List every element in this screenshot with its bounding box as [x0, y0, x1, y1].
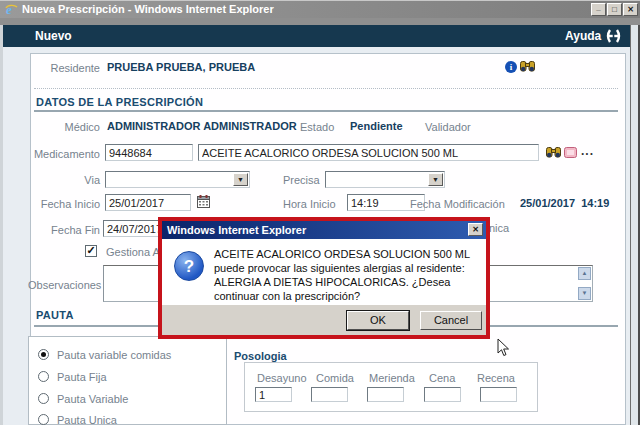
section-underline [34, 110, 618, 112]
radio-pauta-variable-comidas[interactable] [38, 349, 49, 360]
posologia-title: Posologia [234, 350, 287, 362]
info-icon[interactable]: i [505, 61, 517, 73]
scroll-up-icon[interactable]: ▲ [578, 267, 591, 280]
dialog-close-button[interactable]: ✕ [468, 223, 483, 236]
posologia-col-label: Recena [477, 372, 515, 384]
posologia-col-label: Comida [316, 372, 354, 384]
separator [34, 88, 618, 89]
radio-label: Pauta Variable [57, 393, 128, 405]
dialog-body: ? ACEITE ACALORICO ORDESA SOLUCION 500 M… [162, 239, 486, 305]
radio-label: Pauta Unica [57, 414, 117, 425]
medicamento-more-button[interactable]: ... [581, 144, 594, 158]
app-logo-icon [605, 29, 622, 45]
precisa-dropdown-icon[interactable]: ▼ [428, 173, 443, 186]
dialog-titlebar[interactable]: Windows Internet Explorer ✕ [162, 221, 486, 239]
mouse-cursor [497, 338, 510, 359]
medicamento-nombre-input[interactable] [198, 144, 539, 161]
close-button[interactable]: ✕ [623, 3, 638, 16]
gestiona-checkbox[interactable]: ✓ [85, 245, 97, 257]
medicamento-codigo-input[interactable] [105, 144, 193, 161]
estado-value: Pendiente [350, 120, 403, 132]
gestiona-label: Gestiona Adm [106, 246, 158, 258]
residente-label: Residente [30, 62, 100, 74]
section-pauta-title: PAUTA [36, 309, 74, 321]
menu-ayuda[interactable]: Ayuda [565, 29, 601, 43]
radio-pauta-fija[interactable] [38, 371, 49, 382]
section-datos-title: DATOS DE LA PRESCRIPCIÓN [36, 96, 203, 108]
posologia-col-label: Desayuno [257, 372, 307, 384]
radio-label: Pauta variable comidas [57, 349, 171, 361]
medicamento-label: Medicamento [28, 148, 100, 160]
question-icon: ? [174, 251, 204, 281]
minimize-button[interactable]: _ [591, 3, 606, 16]
validador-label: Validador [425, 121, 471, 133]
menu-nuevo[interactable]: Nuevo [35, 29, 72, 43]
unica-label-fragment: nica [489, 222, 509, 234]
fecha-modificacion-label: Fecha Modificación [410, 198, 505, 210]
posologia-recena-input[interactable] [480, 387, 517, 402]
search-binoculars-icon[interactable] [520, 60, 535, 75]
precisa-select[interactable]: ▼ [325, 171, 445, 188]
dialog-title: Windows Internet Explorer [167, 224, 306, 236]
app-menubar: Nuevo Ayuda [3, 25, 640, 47]
dialog-message: ACEITE ACALORICO ORDESA SOLUCION 500 ML … [214, 247, 480, 303]
maximize-button[interactable]: □ [607, 3, 622, 16]
medicamento-leaflet-icon[interactable] [564, 147, 577, 160]
radio-label: Pauta Fija [57, 371, 107, 383]
cancel-button[interactable]: Cancel [420, 311, 482, 330]
posologia-col-label: Cena [429, 372, 455, 384]
calendar-icon[interactable] [197, 195, 210, 210]
via-select[interactable]: ▼ [105, 171, 250, 188]
via-label: Via [30, 174, 100, 186]
fecha-inicio-label: Fecha Inicio [25, 198, 100, 210]
alert-dialog: Windows Internet Explorer ✕ ? ACEITE ACA… [158, 217, 490, 339]
precisa-label: Precisa [283, 174, 320, 186]
posologia-merienda-input[interactable] [367, 387, 404, 402]
scroll-down-icon[interactable]: ▼ [578, 287, 591, 300]
posologia-cena-input[interactable] [424, 387, 461, 402]
fecha-modificacion-value: 25/01/2017 14:19 [520, 197, 609, 209]
screen: e Nueva Prescripción - Windows Internet … [0, 0, 640, 425]
posologia-col-label: Merienda [369, 372, 415, 384]
medico-label: Médico [30, 121, 100, 133]
hora-inicio-label: Hora Inicio [283, 198, 336, 210]
via-dropdown-icon[interactable]: ▼ [233, 173, 248, 186]
ok-button[interactable]: OK [347, 311, 409, 330]
medico-value: ADMINISTRADOR ADMINISTRADOR [107, 120, 297, 132]
posologia-comida-input[interactable] [311, 387, 348, 402]
radio-pauta-unica[interactable] [38, 414, 49, 425]
posologia-desayuno-input[interactable] [255, 387, 292, 402]
fecha-fin-label: Fecha Fin [25, 224, 100, 236]
fecha-inicio-input[interactable] [105, 194, 191, 211]
medicamento-search-binoculars-icon[interactable] [546, 146, 561, 161]
window-titlebar[interactable]: e Nueva Prescripción - Windows Internet … [0, 0, 640, 18]
observaciones-label: Observaciones [28, 279, 100, 291]
window-title: Nueva Prescripción - Windows Internet Ex… [22, 3, 274, 15]
residente-value: PRUEBA PRUEBA, PRUEBA [107, 61, 255, 73]
estado-label: Estado [300, 121, 334, 133]
radio-pauta-variable[interactable] [38, 393, 49, 404]
dialog-footer: OK Cancel [162, 305, 486, 335]
window-right-border[interactable] [630, 25, 640, 425]
ie-logo-icon: e [5, 3, 18, 18]
